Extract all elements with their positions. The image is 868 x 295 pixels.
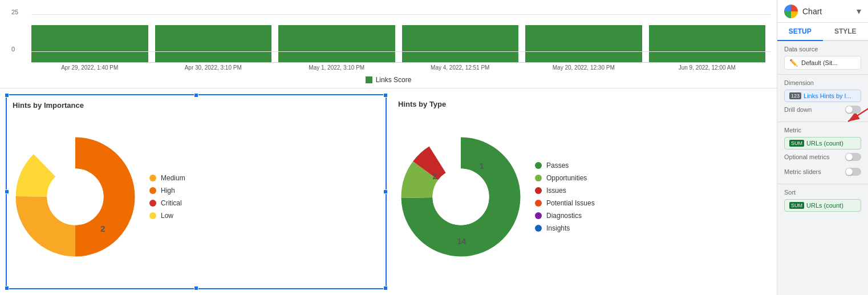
data-source-label: Data source <box>784 46 861 52</box>
legend-dot-diagnostics <box>535 212 542 219</box>
metric-chip[interactable]: SUM URLs (count) <box>784 137 861 149</box>
x-label-3: May 1, 2022, 3:10 PM <box>278 63 395 71</box>
sort-sum-badge: SUM <box>789 202 804 209</box>
legend-color-links-score <box>366 76 372 83</box>
drill-down-row: Drill down <box>784 102 861 117</box>
pie-charts-area: Hints by Importance 1 2 <box>0 88 777 295</box>
svg-text:2: 2 <box>433 172 437 181</box>
dimension-chip[interactable]: 123 Links Hints by I... <box>784 90 861 102</box>
optional-metrics-label: Optional metrics <box>784 153 829 160</box>
drill-down-label: Drill down <box>784 106 812 113</box>
hints-by-importance-chart[interactable]: Hints by Importance 1 2 <box>6 94 387 289</box>
svg-text:14: 14 <box>457 236 466 245</box>
legend-dot-low <box>149 212 156 219</box>
y-axis-label-0: 0 <box>11 46 15 52</box>
handle-bl[interactable] <box>5 286 9 290</box>
data-source-section: Data source ✏️ Default (Sit... <box>777 41 868 74</box>
legend-dot-potential-issues <box>535 200 542 207</box>
legend-item-high: High <box>149 187 185 195</box>
x-label-5: May 20, 2022, 12:30 PM <box>525 63 642 71</box>
hints-by-type-chart: Hints by Type 14 2 1 P <box>392 94 771 289</box>
legend-item-potential-issues: Potential Issues <box>535 199 595 207</box>
drill-down-toggle[interactable] <box>845 106 861 114</box>
collapse-icon[interactable]: ▾ <box>857 6 861 17</box>
handle-tr[interactable] <box>383 93 388 98</box>
bar-chart-legend: Links Score <box>11 76 765 84</box>
right-sidebar: Chart ▾ SETUP STYLE Data source ✏️ Defau… <box>777 0 868 295</box>
metric-value: URLs (count) <box>806 140 843 147</box>
legend-dot-insights <box>535 225 542 232</box>
handle-tm[interactable] <box>194 93 198 98</box>
legend-item-critical: Critical <box>149 199 185 207</box>
optional-metrics-row: Optional metrics <box>784 149 861 164</box>
svg-text:2: 2 <box>100 223 106 233</box>
data-source-row[interactable]: ✏️ Default (Sit... <box>784 56 861 70</box>
main-content: 25 0 <box>0 0 777 295</box>
handle-br[interactable] <box>383 286 388 290</box>
sort-chip[interactable]: SUM URLs (count) <box>784 199 861 212</box>
hints-by-type-content: 14 2 1 Passes Opportunities Iss <box>398 112 765 281</box>
legend-dot-critical <box>149 200 156 207</box>
legend-item-medium: Medium <box>149 174 185 182</box>
grid-lines <box>31 14 771 51</box>
hints-by-type-donut: 14 2 1 <box>398 134 524 260</box>
legend-item-issues: Issues <box>535 187 595 195</box>
legend-item-insights: Insights <box>535 224 595 232</box>
optional-metrics-toggle[interactable] <box>845 153 861 161</box>
handle-bm[interactable] <box>194 286 198 290</box>
sort-label: Sort <box>784 189 861 196</box>
hints-by-type-legend: Passes Opportunities Issues Potential Is… <box>535 161 595 232</box>
legend-label-links-score: Links Score <box>376 76 412 84</box>
legend-dot-high <box>149 187 156 194</box>
x-label-1: Apr 29, 2022, 1:40 PM <box>31 63 148 71</box>
dimension-section: Dimension 123 Links Hints by I... Drill … <box>777 75 868 122</box>
metric-sliders-row: Metric sliders <box>784 164 861 179</box>
legend-item-low: Low <box>149 212 185 220</box>
hints-by-importance-legend: Medium High Critical Low <box>149 174 185 220</box>
handle-mr[interactable] <box>383 189 388 194</box>
hints-by-importance-title: Hints by Importance <box>13 101 380 110</box>
chart-header: Chart ▾ <box>777 0 868 23</box>
pencil-icon: ✏️ <box>789 59 798 67</box>
y-axis-label-25: 25 <box>11 9 18 15</box>
x-label-4: May 4, 2022, 12:51 PM <box>402 63 519 71</box>
dimension-badge: 123 <box>789 92 801 99</box>
x-axis: Apr 29, 2022, 1:40 PM Apr 30, 2022, 3:10… <box>31 63 765 71</box>
legend-dot-opportunities <box>535 175 542 181</box>
legend-dot-passes <box>535 162 542 169</box>
metric-sliders-label: Metric sliders <box>784 168 821 175</box>
sort-value: URLs (count) <box>806 202 843 209</box>
data-source-value: Default (Sit... <box>801 59 838 66</box>
legend-dot-medium <box>149 175 156 181</box>
x-label-2: Apr 30, 2022, 3:10 PM <box>155 63 272 71</box>
svg-point-9 <box>433 168 489 225</box>
legend-item-opportunities: Opportunities <box>535 174 595 182</box>
sidebar-tabs: SETUP STYLE <box>777 23 868 41</box>
svg-text:1: 1 <box>480 161 484 170</box>
legend-item-passes: Passes <box>535 161 595 169</box>
legend-item-diagnostics: Diagnostics <box>535 212 595 220</box>
hints-by-importance-content: 1 2 Medium High Critical <box>13 113 380 280</box>
grid-line-top <box>31 14 771 15</box>
chart-icon <box>784 5 798 18</box>
hints-by-type-title: Hints by Type <box>398 100 765 108</box>
x-label-6: Jun 9, 2022, 12:00 AM <box>649 63 766 71</box>
tab-setup[interactable]: SETUP <box>777 23 823 41</box>
metric-sum-badge: SUM <box>789 140 804 147</box>
dimension-value: Links Hints by I... <box>804 92 851 99</box>
legend-dot-issues <box>535 187 542 194</box>
metric-sliders-toggle[interactable] <box>845 168 861 176</box>
hints-by-importance-donut: 1 2 <box>13 134 138 260</box>
metric-section: Metric SUM URLs (count) Optional metrics… <box>777 122 868 184</box>
metric-label: Metric <box>784 127 861 134</box>
handle-ml[interactable] <box>5 189 9 194</box>
chart-title: Chart <box>802 7 852 16</box>
bar-chart-area: 25 0 <box>0 0 777 88</box>
sort-section: Sort SUM URLs (count) <box>777 184 868 216</box>
tab-style[interactable]: STYLE <box>823 23 869 41</box>
handle-tl[interactable] <box>5 93 9 98</box>
svg-text:1: 1 <box>55 191 60 201</box>
dimension-label: Dimension <box>784 79 861 86</box>
grid-line-bottom <box>31 51 771 52</box>
